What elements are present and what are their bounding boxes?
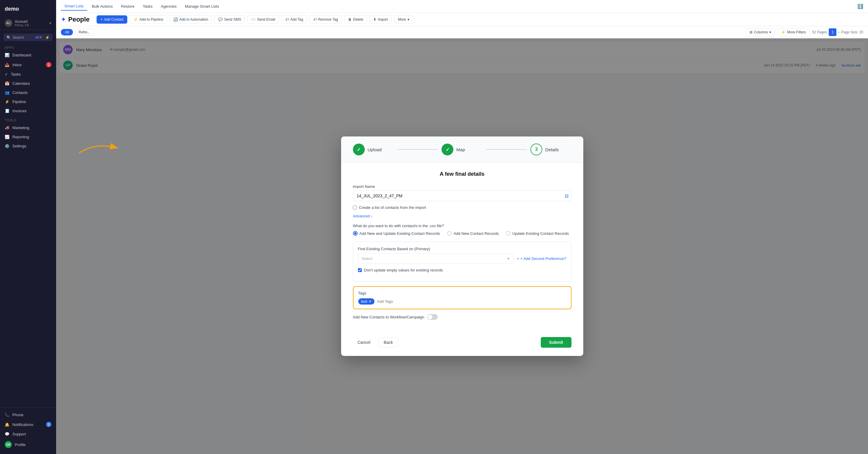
sidebar-item-notifications[interactable]: 🔔 Notifications 9	[0, 419, 56, 429]
sidebar-label-phone: Phone	[12, 413, 24, 417]
nav-restore[interactable]: Restore	[118, 2, 138, 10]
sidebar-bottom: 📞 Phone 🔔 Notifications 9 💬 Support GR P…	[0, 407, 56, 450]
search-shortcut: ctrl K	[34, 35, 43, 39]
import-name-input[interactable]	[353, 190, 571, 201]
sidebar-label-inbox: Inbox	[12, 63, 22, 67]
sidebar-item-support[interactable]: 💬 Support	[0, 429, 56, 438]
nav-smart-lists[interactable]: Smart Lists	[61, 2, 87, 11]
advanced-link[interactable]: Advanced ›	[353, 214, 571, 218]
sidebar-account[interactable]: AC Account Prince, CA ▾	[0, 17, 56, 30]
radio-add-update[interactable]: Add New and Update Existing Contact Reco…	[353, 231, 440, 236]
columns-chevron: ▾	[769, 30, 771, 34]
remove-tag-button[interactable]: 🏷 Remove Tag	[310, 16, 342, 24]
add-to-automation-label: Add to Automation	[179, 18, 208, 22]
radio-label-add-update: Add New and Update Existing Contact Reco…	[360, 231, 440, 236]
add-tag-button[interactable]: 🏷 Add Tag	[281, 16, 307, 24]
sidebar-item-inbox[interactable]: 📥 Inbox 1	[0, 60, 56, 70]
sidebar-item-dashboard[interactable]: 📊 Dashboard	[0, 51, 56, 60]
columns-button[interactable]: ⊞ Columns ▾	[746, 28, 775, 36]
delete-button[interactable]: 🗑 Delete	[344, 16, 367, 24]
modal-overlay: ✓ Upload ✓ Map 3 Details	[56, 38, 868, 454]
apps-section-label: Apps	[0, 43, 56, 51]
workflow-label: Add New Contacts to Workflow/Campaign	[353, 315, 425, 319]
tag-value: test	[361, 299, 367, 304]
chevron-right-icon: ›	[371, 214, 372, 218]
add-to-automation-button[interactable]: 🔄 Add to Automation	[169, 16, 212, 24]
account-avatar: AC	[5, 19, 12, 27]
add-to-pipeline-button[interactable]: ⚡ Add to Pipeline	[130, 16, 167, 24]
tags-section: Tags test ✕	[353, 286, 571, 309]
dont-update-label: Don't update empty values for existing r…	[364, 268, 443, 272]
nav-agencies[interactable]: Agencies	[157, 2, 180, 10]
cancel-button[interactable]: Cancel	[353, 337, 375, 347]
settings-icon: ⚙️	[5, 144, 9, 148]
sidebar-item-reporting[interactable]: 📈 Reporting	[0, 132, 56, 142]
sidebar-item-phone[interactable]: 📞 Phone	[0, 410, 56, 419]
sidebar-item-settings[interactable]: ⚙️ Settings	[0, 142, 56, 151]
calendars-icon: 📅	[5, 81, 9, 86]
send-email-button[interactable]: ✉️ Send Email	[247, 16, 279, 24]
send-sms-button[interactable]: 💬 Send SMS	[214, 16, 245, 24]
sidebar-item-contacts[interactable]: 👥 Contacts	[0, 88, 56, 97]
dont-update-checkbox[interactable]	[358, 268, 362, 272]
import-name-edit-icon: ⊟	[565, 193, 568, 199]
notifications-badge: 9	[46, 422, 52, 427]
import-button[interactable]: ⬆ Import	[369, 16, 392, 24]
content-area: MM Mary Mendoza ✉ sample@gmail.com Jul 2…	[56, 38, 868, 454]
primary-select[interactable]: Select ▾	[358, 253, 514, 264]
add-second-preference[interactable]: + + Add Second Preference?	[517, 256, 566, 261]
modal-footer: Cancel Back Submit	[341, 332, 583, 356]
workflow-toggle[interactable]	[427, 314, 438, 320]
sidebar-logo: demo	[0, 4, 56, 17]
sidebar-item-marketing[interactable]: 📣 Marketing	[0, 123, 56, 132]
sidebar-item-calendars[interactable]: 📅 Calendars	[0, 79, 56, 88]
add-tag-label: Add Tag	[290, 18, 303, 22]
tag-chip-test: test ✕	[358, 298, 375, 305]
sidebar-label-profile: Profile	[15, 443, 26, 447]
sidebar-item-profile[interactable]: GR Profile	[0, 438, 56, 450]
step-connector-1	[397, 149, 438, 150]
create-list-row: Create a list of contacts from the impor…	[353, 205, 571, 210]
step-details-circle: 3	[530, 144, 542, 155]
step-upload: ✓ Upload	[353, 144, 394, 155]
add-tags-input[interactable]	[377, 299, 566, 304]
step-upload-circle: ✓	[353, 144, 365, 155]
radio-add-new[interactable]: Add New Contact Records	[447, 231, 499, 236]
select-chevron-icon: ▾	[507, 256, 509, 261]
more-button[interactable]: More ▾	[394, 16, 413, 24]
nav-manage-smart-lists[interactable]: Manage Smart Lists	[181, 2, 223, 10]
step-connector-2	[486, 149, 527, 150]
radio-update-existing[interactable]: Update Existing Contact Records	[506, 231, 569, 236]
more-filters-button[interactable]: ⚡ More Filters	[777, 28, 809, 36]
sidebar-item-pipeline[interactable]: ⚡ Pipeline	[0, 97, 56, 106]
workflow-row: Add New Contacts to Workflow/Campaign	[353, 314, 571, 320]
page-title: ✦ People	[61, 16, 90, 23]
refresh-button[interactable]: Refre...	[75, 29, 93, 36]
step-map: ✓ Map	[441, 144, 482, 155]
tab-all[interactable]: All	[61, 29, 73, 35]
search-bar[interactable]: 🔍 Search ctrl K ⚡	[4, 34, 53, 41]
add-contact-button[interactable]: + Add Contact	[97, 16, 127, 24]
radio-group: Add New and Update Existing Contact Reco…	[353, 231, 571, 236]
delete-icon: 🗑	[348, 18, 352, 22]
nav-bulk-actions[interactable]: Bulk Actions	[88, 2, 116, 10]
sidebar-item-invoices[interactable]: 🧾 Invoices	[0, 106, 56, 116]
tag-remove-icon[interactable]: ✕	[369, 300, 372, 304]
submit-button[interactable]: Submit	[541, 337, 571, 348]
next-page-icon[interactable]: ›	[838, 30, 839, 34]
nav-tasks[interactable]: Tasks	[139, 2, 156, 10]
create-list-checkbox[interactable]	[353, 206, 357, 209]
invoices-icon: 🧾	[5, 109, 9, 113]
inbox-badge: 1	[46, 62, 52, 67]
current-page: 1	[829, 28, 836, 36]
back-button[interactable]: Back	[379, 337, 398, 347]
sidebar-item-tasks[interactable]: ✓ Tasks	[0, 70, 56, 79]
step-details: 3 Details	[530, 144, 571, 155]
send-email-label: Send Email	[257, 18, 275, 22]
step-map-label: Map	[456, 147, 465, 152]
nav-info-icon[interactable]: ℹ️	[857, 4, 863, 9]
tasks-icon: ✓	[5, 72, 8, 77]
main-content: Smart Lists Bulk Actions Restore Tasks A…	[56, 0, 868, 454]
radio-label-update-existing: Update Existing Contact Records	[513, 231, 569, 236]
lightning-icon: ⚡	[45, 35, 50, 39]
